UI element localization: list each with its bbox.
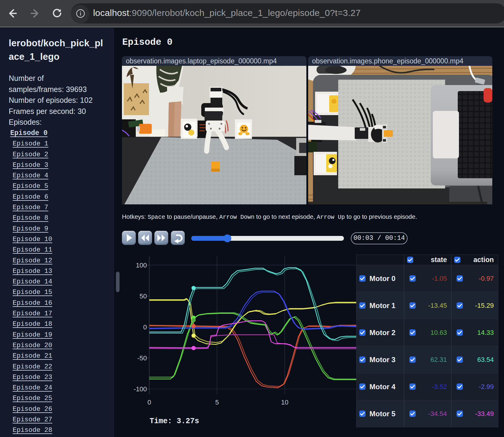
svg-text:100: 100 <box>136 261 147 269</box>
svg-text:50: 50 <box>140 292 147 300</box>
svg-text:Time: 3.27s: Time: 3.27s <box>150 417 199 426</box>
svg-text:-100: -100 <box>134 385 147 393</box>
svg-text:-50: -50 <box>137 354 147 362</box>
svg-text:5: 5 <box>215 399 219 406</box>
svg-text:10: 10 <box>281 399 288 406</box>
svg-text:0: 0 <box>143 323 147 331</box>
svg-text:0: 0 <box>147 399 151 406</box>
